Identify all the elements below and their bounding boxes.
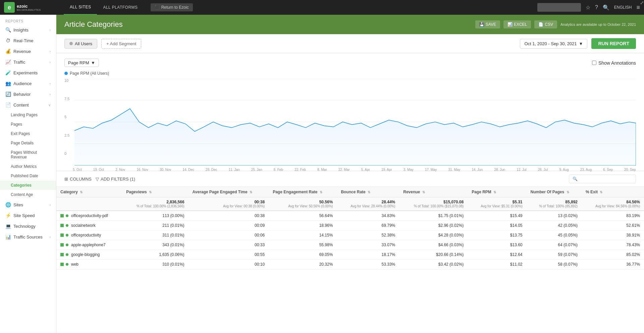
category-status-dot <box>66 234 68 237</box>
run-report-button[interactable]: RUN REPORT <box>591 38 636 49</box>
tab-all-platforms[interactable]: ALL PLATFORMS <box>97 0 144 15</box>
cell-num-pages: 13 (0.02%) <box>526 211 582 221</box>
cell-bounce-rate: 34.83% <box>337 211 399 221</box>
col-avg-engaged-time[interactable]: Average Page Engaged Time ⇅ <box>189 187 269 197</box>
logo-area: e ezoic BIG DATA ANALYTICS <box>4 2 60 13</box>
cell-avg-engaged: 00:09 <box>189 221 269 230</box>
col-category[interactable]: Category ⇅ <box>56 187 122 197</box>
sidebar-item-technology[interactable]: 💻 Technology <box>0 221 56 231</box>
sidebar-item-content[interactable]: 📄 Content ∨ <box>0 99 56 110</box>
table-search-input[interactable] <box>569 175 636 183</box>
sort-icon: ⇅ <box>250 190 252 194</box>
csv-button[interactable]: 📄 CSV <box>534 20 557 28</box>
cell-pct-exit: 36.77% <box>582 260 644 269</box>
sidebar-item-pages[interactable]: Pages <box>0 120 56 129</box>
experiments-icon: 🧪 <box>5 70 11 75</box>
category-color-indicator <box>60 253 64 256</box>
sidebar-item-insights[interactable]: 🔍 Insights › <box>0 24 56 35</box>
sidebar-item-behavior[interactable]: 🔄 Behavior › <box>0 89 56 99</box>
category-status-dot <box>66 253 68 256</box>
excel-button[interactable]: 📊 EXCEL <box>503 20 531 28</box>
sort-icon: ⇅ <box>493 190 496 194</box>
sidebar-item-sites[interactable]: 🌐 Sites › <box>0 199 56 210</box>
return-to-ezoic-button[interactable]: ⬛ Return to Ezoic <box>151 3 193 11</box>
data-table: Category ⇅ Pageviews ⇅ Average Page Enga… <box>56 187 644 269</box>
cell-pct-exit: 83.19% <box>582 211 644 221</box>
cell-num-pages: 58 (0.07%) <box>526 260 582 269</box>
sort-icon: ⇅ <box>567 190 569 194</box>
metric-selector[interactable]: Page RPM ▼ <box>64 59 99 67</box>
col-pageviews[interactable]: Pageviews ⇅ <box>122 187 188 197</box>
sidebar-item-content-age[interactable]: Content Age <box>0 190 56 199</box>
sidebar-item-traffic-sources[interactable]: 📊 Traffic Sources › <box>0 231 56 242</box>
totals-bounce-rate: 28.44% Avg for View: 28.44% (0.00%) <box>337 197 399 211</box>
sidebar-item-audience[interactable]: 👥 Audience › <box>0 78 56 89</box>
col-engagement-rate[interactable]: Page Engagement Rate ⇅ <box>269 187 337 197</box>
save-button[interactable]: 💾 SAVE <box>475 20 500 28</box>
sidebar-item-page-details[interactable]: Page Details <box>0 138 56 148</box>
insights-icon: 🔍 <box>5 27 11 32</box>
language-selector[interactable]: ENGLISH <box>614 5 632 10</box>
cell-pageviews: 211 (0.01%) <box>122 221 188 230</box>
annotations-checkbox[interactable] <box>592 61 596 65</box>
sidebar-item-pages-without-revenue[interactable]: Pages Without Revenue <box>0 148 56 162</box>
realtime-icon: ⏱ <box>5 38 11 43</box>
cell-avg-engaged: 00:55 <box>189 250 269 260</box>
category-status-dot <box>66 263 68 266</box>
chevron-icon: › <box>50 92 51 96</box>
all-users-segment-button[interactable]: All Users <box>64 39 97 49</box>
sidebar-item-author-metrics[interactable]: Author Metrics <box>0 162 56 171</box>
category-status-dot <box>66 244 68 246</box>
cell-page-rpm: $14.05 <box>468 221 526 230</box>
cell-pageviews: 343 (0.01%) <box>122 240 188 250</box>
sidebar-item-exit-pages[interactable]: Exit Pages <box>0 129 56 138</box>
logo-icon: e <box>4 2 15 13</box>
cell-category: officeproductivity-pdf <box>56 211 122 221</box>
search-icon[interactable]: 🔍 <box>603 4 609 11</box>
col-pct-exit[interactable]: % Exit ⇅ <box>582 187 644 197</box>
nav-search-bar[interactable] <box>537 3 581 12</box>
col-page-rpm[interactable]: Page RPM ⇅ <box>468 187 526 197</box>
hamburger-menu[interactable]: ≡ <box>636 4 640 11</box>
cell-revenue: $20.66 (0.14%) <box>399 250 468 260</box>
cell-revenue: $1.75 (0.01%) <box>399 211 468 221</box>
sidebar-item-revenue[interactable]: 💰 Revenue › <box>0 46 56 57</box>
dropdown-icon: ▼ <box>91 60 95 65</box>
show-annotations-control[interactable]: Show Annotations <box>592 60 636 66</box>
chevron-down-icon: ∨ <box>48 103 51 107</box>
col-num-pages[interactable]: Number Of Pages ⇅ <box>526 187 582 197</box>
totals-category <box>56 197 122 211</box>
col-revenue[interactable]: Revenue ⇅ <box>399 187 468 197</box>
header-actions: 💾 SAVE 📊 EXCEL 📄 CSV Analytics are avail… <box>475 20 636 28</box>
sidebar-item-site-speed[interactable]: ⚡ Site Speed <box>0 210 56 221</box>
behavior-icon: 🔄 <box>5 91 11 97</box>
cell-avg-engaged: 00:33 <box>189 240 269 250</box>
sidebar-item-published-date[interactable]: Published Date <box>0 171 56 181</box>
sidebar: REPORTS 🔍 Insights › ⏱ Real-Time 💰 Reven… <box>0 15 56 333</box>
revenue-icon: 💰 <box>5 49 11 54</box>
date-range-picker[interactable]: Oct 1, 2020 - Sep 30, 2021 ▼ <box>520 39 587 49</box>
add-segment-button[interactable]: + Add Segment <box>101 39 141 49</box>
logo-text: ezoic BIG DATA ANALYTICS <box>17 4 41 11</box>
col-bounce-rate[interactable]: Bounce Rate ⇅ <box>337 187 399 197</box>
cell-page-rpm: $13.75 <box>468 230 526 240</box>
category-status-dot <box>66 224 68 227</box>
totals-avg-engaged: 00:38 Avg for View: 00:38 (0.00%) <box>189 197 269 211</box>
date-availability-note: Analytics are available up to October 22… <box>560 22 636 26</box>
star-icon[interactable]: ☆ <box>586 4 590 11</box>
columns-icon: ⊞ <box>64 177 68 182</box>
cell-num-pages: 42 (0.05%) <box>526 221 582 230</box>
add-filters-button[interactable]: ▽ ADD FILTERS (1) <box>96 177 135 182</box>
sidebar-section-reports: REPORTS 🔍 Insights › ⏱ Real-Time 💰 Reven… <box>0 15 56 245</box>
sidebar-item-realtime[interactable]: ⏱ Real-Time <box>0 35 56 46</box>
sites-icon: 🌐 <box>5 202 11 207</box>
sidebar-item-landing-pages[interactable]: Landing Pages <box>0 110 56 120</box>
cell-num-pages: 45 (0.05%) <box>526 230 582 240</box>
columns-button[interactable]: ⊞ COLUMNS <box>64 177 92 182</box>
sort-icon: ⇅ <box>422 190 425 194</box>
sidebar-item-experiments[interactable]: 🧪 Experiments <box>0 67 56 78</box>
sidebar-item-traffic[interactable]: 📈 Traffic › <box>0 57 56 67</box>
help-icon[interactable]: ? <box>595 4 598 10</box>
tab-all-sites[interactable]: ALL SITES <box>64 0 97 15</box>
sidebar-item-categories[interactable]: Categories <box>0 181 56 190</box>
